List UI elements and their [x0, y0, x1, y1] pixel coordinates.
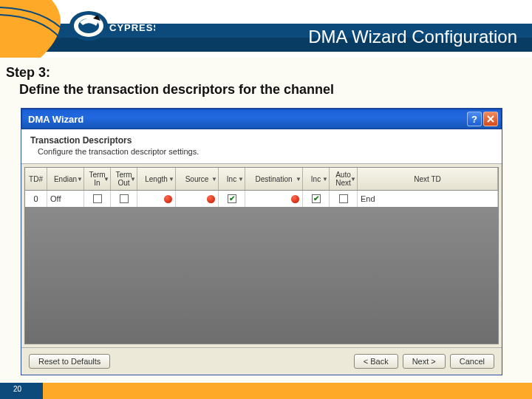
cell-term-in[interactable] — [84, 191, 111, 207]
help-button[interactable]: ? — [467, 112, 482, 126]
chevron-down-icon: ▼ — [130, 176, 136, 183]
cell-destination[interactable] — [245, 191, 303, 207]
col-inc-dst[interactable]: Inc▼ — [303, 168, 330, 190]
col-length[interactable]: Length▼ — [137, 168, 176, 190]
col-td-num[interactable]: TD# — [25, 168, 47, 190]
cypress-logo: CYPRESS — [66, 7, 155, 48]
banner-subtitle: Configure the transaction descriptor set… — [30, 146, 493, 156]
cell-td-num: 0 — [25, 191, 47, 207]
footer-stripe — [0, 383, 532, 399]
checkbox-unchecked[interactable] — [93, 194, 102, 203]
col-term-out[interactable]: Term Out▼ — [111, 168, 137, 190]
page-number: 20 — [9, 383, 26, 395]
checkbox-checked[interactable]: ✔ — [312, 194, 321, 203]
checkbox-checked[interactable]: ✔ — [228, 194, 236, 203]
cell-inc-dst[interactable]: ✔ — [303, 191, 330, 207]
col-destination[interactable]: Destination▼ — [245, 168, 303, 190]
cell-inc-src[interactable]: ✔ — [219, 191, 245, 207]
warning-icon — [164, 195, 172, 203]
next-button[interactable]: Next > — [403, 354, 446, 369]
step-text: Define the transaction descriptors for t… — [6, 81, 526, 98]
col-next-td[interactable]: Next TD — [358, 168, 498, 190]
warning-icon — [291, 195, 299, 203]
chevron-down-icon: ▼ — [211, 176, 217, 183]
reset-defaults-button[interactable]: Reset to Defaults — [29, 354, 110, 369]
col-auto-next[interactable]: Auto Next▼ — [330, 168, 358, 190]
checkbox-unchecked[interactable] — [120, 194, 129, 203]
chevron-down-icon: ▼ — [103, 176, 109, 183]
table-row[interactable]: 0 Off ✔ ✔ End — [25, 191, 498, 207]
warning-icon — [207, 195, 215, 203]
grid-header-row: TD# Endian▼ Term In▼ Term Out▼ Length▼ S… — [25, 168, 498, 191]
cell-length[interactable] — [137, 191, 176, 207]
cell-auto-next[interactable] — [330, 191, 358, 207]
chevron-down-icon: ▼ — [168, 176, 174, 183]
chevron-down-icon: ▼ — [350, 176, 356, 183]
close-icon — [487, 115, 494, 123]
cell-term-out[interactable] — [111, 191, 137, 207]
wizard-footer: Reset to Defaults < Back Next > Cancel — [21, 347, 502, 375]
slide-header: CYPRESS DMA Wizard Configuration — [0, 0, 532, 58]
col-term-in[interactable]: Term In▼ — [84, 168, 111, 190]
chevron-down-icon: ▼ — [322, 176, 328, 183]
grid-empty-area — [25, 207, 498, 344]
banner-title: Transaction Descriptors — [30, 135, 493, 146]
close-button[interactable] — [483, 112, 498, 126]
checkbox-unchecked[interactable] — [339, 194, 348, 203]
chevron-down-icon: ▼ — [238, 176, 244, 183]
window-title: DMA Wizard — [28, 114, 467, 125]
step-heading: Step 3: Define the transaction descripto… — [0, 58, 532, 102]
col-source[interactable]: Source▼ — [176, 168, 219, 190]
chevron-down-icon: ▼ — [296, 176, 301, 183]
slide-title: DMA Wizard Configuration — [308, 27, 517, 47]
wizard-banner: Transaction Descriptors Configure the tr… — [21, 129, 502, 164]
cell-source[interactable] — [176, 191, 219, 207]
chevron-down-icon: ▼ — [77, 176, 83, 183]
cancel-button[interactable]: Cancel — [450, 354, 494, 369]
col-endian[interactable]: Endian▼ — [47, 168, 84, 190]
step-label: Step 3: — [6, 65, 50, 80]
descriptor-grid: TD# Endian▼ Term In▼ Term Out▼ Length▼ S… — [24, 167, 499, 344]
cell-endian[interactable]: Off — [47, 191, 84, 207]
cell-next-td[interactable]: End — [358, 191, 498, 207]
svg-text:CYPRESS: CYPRESS — [109, 22, 155, 33]
back-button[interactable]: < Back — [354, 354, 398, 369]
wizard-window: DMA Wizard ? Transaction Descriptors Con… — [21, 108, 502, 375]
titlebar[interactable]: DMA Wizard ? — [21, 109, 502, 129]
col-inc-src[interactable]: Inc▼ — [219, 168, 245, 190]
